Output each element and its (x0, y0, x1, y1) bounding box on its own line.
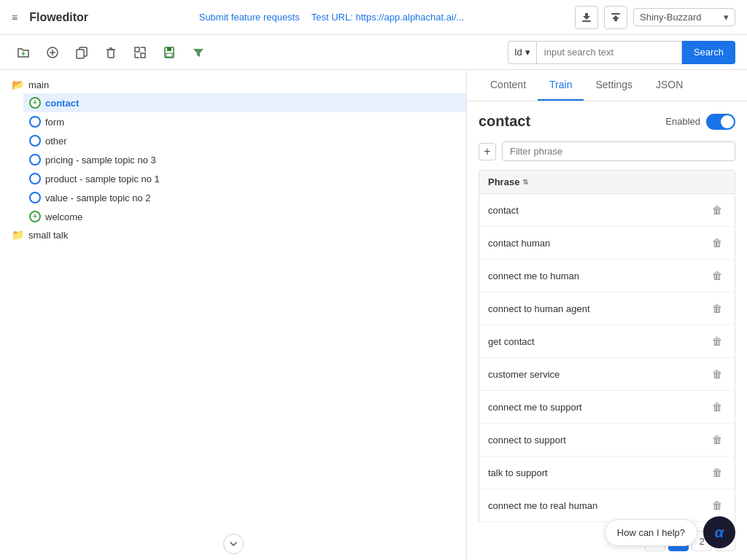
download-button[interactable] (575, 6, 598, 29)
phrase-text: get contact (488, 336, 535, 347)
node-circle-plus (29, 97, 41, 109)
node-circle-plus (29, 211, 41, 222)
tab-train[interactable]: Train (538, 70, 584, 101)
list-item[interactable]: value - sample topic no 2 (23, 188, 466, 207)
svg-rect-12 (135, 47, 139, 52)
header-right: Shiny-Buzzard ▾ (575, 6, 735, 29)
phrase-text: connect me to real human (488, 500, 597, 511)
chat-widget: How can I help? α (605, 516, 735, 548)
search-area: Id ▾ Search (508, 41, 735, 64)
add-phrase-button[interactable]: + (479, 143, 496, 160)
copy-button[interactable] (70, 41, 93, 64)
phrase-text: connect to support (488, 435, 566, 446)
delete-phrase-button[interactable]: 🗑 (708, 267, 726, 284)
scroll-down-button[interactable] (223, 534, 244, 554)
app-title: Floweditor (29, 11, 88, 24)
phrase-row: customer service 🗑 (479, 358, 735, 391)
phrase-row: connect me to human 🗑 (479, 260, 735, 292)
chevron-down-icon: ▾ (525, 47, 530, 58)
phrase-row: contact 🗑 (479, 194, 735, 227)
version-selector[interactable]: Shiny-Buzzard ▾ (633, 8, 735, 26)
delete-phrase-button[interactable]: 🗑 (708, 497, 726, 514)
phrase-row: connect to support 🗑 (479, 424, 735, 456)
search-select-value: Id (514, 47, 522, 58)
train-content: contact Enabled + Phrase ⇅ (467, 101, 747, 560)
small-talk-folder: 📁 small talk (0, 226, 466, 244)
node-label: contact (45, 98, 79, 109)
node-circle-empty (29, 154, 41, 166)
chat-bubble: How can I help? (605, 519, 697, 546)
sort-icon[interactable]: ⇅ (522, 178, 528, 186)
phrase-text: contact (488, 205, 519, 216)
main-folder: 📂 main contact form other (0, 76, 466, 226)
search-input[interactable] (536, 41, 682, 64)
svg-rect-8 (77, 50, 84, 58)
right-panel: Content Train Settings JSON contact Enab… (467, 70, 747, 560)
main-folder-label[interactable]: 📂 main (6, 76, 466, 93)
small-talk-folder-label[interactable]: 📁 small talk (6, 226, 466, 244)
search-button[interactable]: Search (682, 41, 735, 64)
toolbar: Id ▾ Search (0, 35, 747, 70)
tab-content[interactable]: Content (479, 70, 538, 101)
save-button[interactable] (158, 41, 181, 64)
delete-phrase-button[interactable]: 🗑 (708, 201, 726, 219)
phrase-text: talk to support (488, 467, 548, 478)
delete-phrase-button[interactable]: 🗑 (708, 431, 726, 448)
add-node-button[interactable] (41, 41, 64, 64)
filter-phrase-row: + (479, 141, 735, 161)
phrase-row: connect to human agent 🗑 (479, 292, 735, 325)
delete-phrase-button[interactable]: 🗑 (708, 398, 726, 416)
list-item[interactable]: other (23, 131, 466, 150)
delete-phrase-button[interactable]: 🗑 (708, 234, 726, 252)
list-item[interactable]: pricing - sample topic no 3 (23, 150, 466, 169)
phrase-row: contact human 🗑 (479, 227, 735, 260)
list-item[interactable]: welcome (23, 207, 466, 226)
node-label: product - sample topic no 1 (45, 174, 160, 184)
add-folder-button[interactable] (12, 41, 35, 64)
upload-button[interactable] (604, 6, 627, 29)
test-url-label: Test URL: https://app.alphachat.ai/... (311, 12, 465, 23)
submit-feature-link[interactable]: Submit feature requests (199, 12, 300, 23)
test-url-link[interactable]: https://app.alphachat.ai/... (355, 12, 464, 23)
phrase-text: connect to human agent (488, 303, 590, 314)
svg-rect-0 (582, 20, 591, 22)
phrase-text: connect me to support (488, 402, 582, 413)
intent-title: contact (479, 113, 530, 130)
menu-icon[interactable]: ≡ (12, 12, 18, 23)
svg-rect-20 (166, 53, 172, 57)
phrase-row: talk to support 🗑 (479, 456, 735, 489)
svg-rect-19 (167, 47, 171, 51)
folder-icon: 📁 (12, 229, 24, 241)
delete-phrase-button[interactable]: 🗑 (708, 365, 726, 383)
list-item[interactable]: contact (23, 93, 466, 112)
node-label: value - sample topic no 2 (45, 192, 151, 203)
search-select[interactable]: Id ▾ (508, 41, 536, 64)
phrase-text: connect me to human (488, 271, 579, 281)
delete-button[interactable] (99, 41, 123, 64)
svg-rect-13 (141, 53, 145, 58)
chevron-down-icon: ▾ (724, 12, 729, 23)
list-item[interactable]: product - sample topic no 1 (23, 169, 466, 188)
node-label: form (45, 117, 64, 128)
delete-phrase-button[interactable]: 🗑 (708, 300, 726, 317)
chat-avatar[interactable]: α (703, 516, 735, 548)
tab-settings[interactable]: Settings (584, 70, 644, 101)
expand-button[interactable] (128, 41, 152, 64)
phrase-row: get contact 🗑 (479, 325, 735, 358)
header-center: Submit feature requests Test URL: https:… (100, 12, 563, 23)
tree-panel: 📂 main contact form other (0, 70, 467, 560)
list-item[interactable]: form (23, 112, 466, 131)
node-circle-empty (29, 173, 41, 184)
enabled-toggle[interactable] (706, 114, 735, 130)
delete-phrase-button[interactable]: 🗑 (708, 332, 726, 350)
enabled-label: Enabled (665, 116, 700, 127)
svg-rect-1 (611, 13, 620, 15)
delete-phrase-button[interactable]: 🗑 (708, 464, 726, 481)
svg-rect-9 (108, 50, 114, 58)
filter-phrase-input[interactable] (502, 141, 735, 161)
tab-json[interactable]: JSON (644, 70, 694, 101)
node-label: other (45, 136, 67, 147)
node-label: welcome (45, 211, 82, 222)
filter-button[interactable] (187, 41, 210, 64)
node-circle-empty (29, 192, 41, 203)
